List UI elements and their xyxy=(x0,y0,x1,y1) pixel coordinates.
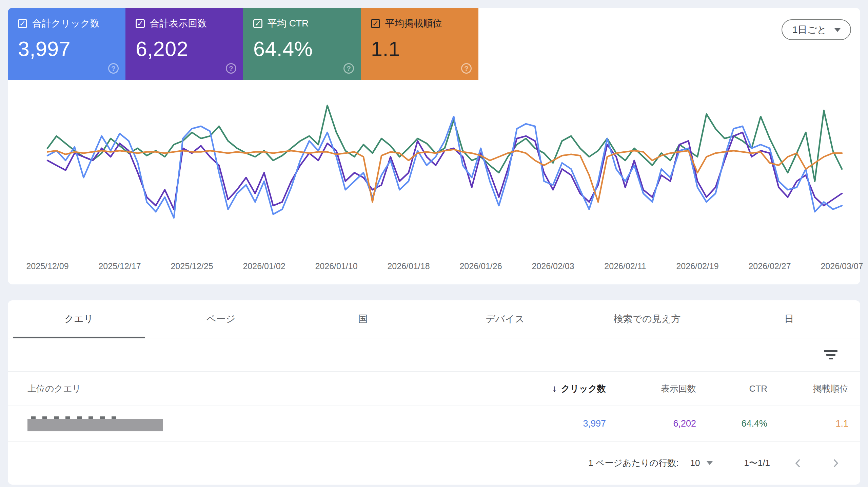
help-question-icon[interactable]: ? xyxy=(343,63,354,74)
tab-label: 国 xyxy=(358,313,368,325)
rows-per-page-label: 1 ページあたりの行数: xyxy=(588,457,679,469)
x-axis-tick-label: 2026/02/11 xyxy=(604,261,646,271)
metric-card-value: 3,997 xyxy=(18,37,117,61)
query-cell xyxy=(27,416,487,431)
impressions-cell: 6,202 xyxy=(606,418,696,429)
help-question-icon[interactable]: ? xyxy=(461,63,472,74)
table-header-row: 上位のクエリ ↓ クリック数 表示回数 CTR 掲載順位 xyxy=(8,372,860,406)
metric-checkbox-checked-icon[interactable]: ✓ xyxy=(136,19,145,28)
metric-cards-row: ✓合計クリック数3,997?✓合計表示回数6,202?✓平均 CTR64.4%?… xyxy=(8,8,860,80)
dimensions-table-panel: クエリページ国デバイス検索での見え方日 上位のクエリ ↓ クリック数 表示回数 … xyxy=(8,300,860,485)
metric-card-ctr[interactable]: ✓平均 CTR64.4%? xyxy=(243,8,361,80)
tab-4[interactable]: 検索での見え方 xyxy=(576,300,718,338)
chart-line-表示回数 xyxy=(47,132,842,209)
tab-0[interactable]: クエリ xyxy=(8,300,150,338)
column-header-position[interactable]: 掲載順位 xyxy=(767,383,848,395)
x-axis-tick-label: 2026/02/27 xyxy=(748,261,791,271)
metric-card-value: 64.4% xyxy=(253,37,352,61)
rows-per-page-value[interactable]: 10 xyxy=(690,458,700,468)
x-axis-tick-label: 2025/12/17 xyxy=(98,261,141,271)
chart-line-クリック数 xyxy=(47,116,842,218)
help-question-icon[interactable]: ? xyxy=(108,63,119,74)
metric-card-label: 平均 CTR xyxy=(268,19,309,28)
tab-1[interactable]: ページ xyxy=(150,300,292,338)
caret-down-icon xyxy=(834,28,841,32)
date-granularity-value: 1日ごと xyxy=(792,23,827,36)
chevron-right-icon xyxy=(830,457,842,469)
x-axis-tick-label: 2026/01/10 xyxy=(315,261,357,271)
tab-2[interactable]: 国 xyxy=(292,300,434,338)
metric-checkbox-checked-icon[interactable]: ✓ xyxy=(18,19,27,28)
previous-page-button[interactable] xyxy=(788,453,808,473)
tab-label: クエリ xyxy=(64,313,94,325)
table-row[interactable]: 3,997 6,202 64.4% 1.1 xyxy=(8,406,860,442)
x-axis-tick-label: 2026/01/26 xyxy=(459,261,502,271)
metric-card-impressions[interactable]: ✓合計表示回数6,202? xyxy=(125,8,243,80)
chevron-left-icon xyxy=(792,457,804,469)
metric-checkbox-checked-icon[interactable]: ✓ xyxy=(253,19,262,28)
position-cell: 1.1 xyxy=(767,418,848,429)
metric-card-label: 平均掲載順位 xyxy=(385,19,442,28)
x-axis-tick-label: 2025/12/25 xyxy=(171,261,213,271)
chart-line-CTR xyxy=(47,106,842,181)
column-header-query[interactable]: 上位のクエリ xyxy=(27,383,487,395)
sort-arrow-down-icon: ↓ xyxy=(552,383,557,394)
tab-label: ページ xyxy=(206,313,235,325)
column-header-clicks[interactable]: ↓ クリック数 xyxy=(487,383,606,395)
metric-card-position[interactable]: ✓平均掲載順位1.1? xyxy=(361,8,478,80)
metric-card-clicks[interactable]: ✓合計クリック数3,997? xyxy=(8,8,125,80)
x-axis-tick-label: 2026/03/07 xyxy=(821,261,863,271)
table-toolbar xyxy=(8,338,860,372)
metric-card-value: 1.1 xyxy=(371,37,470,61)
x-axis-tick-label: 2026/02/03 xyxy=(532,261,574,271)
performance-panel: ✓合計クリック数3,997?✓合計表示回数6,202?✓平均 CTR64.4%?… xyxy=(8,8,860,284)
date-granularity-dropdown[interactable]: 1日ごと xyxy=(782,19,851,40)
column-header-impressions[interactable]: 表示回数 xyxy=(606,383,696,395)
dimension-tabs: クエリページ国デバイス検索での見え方日 xyxy=(8,300,860,338)
x-axis-tick-label: 2026/01/02 xyxy=(243,261,285,271)
x-axis-tick-label: 2026/02/19 xyxy=(676,261,718,271)
ctr-cell: 64.4% xyxy=(696,418,767,429)
x-axis-tick-label: 2026/01/18 xyxy=(387,261,430,271)
search-console-performance-page: ✓合計クリック数3,997?✓合計表示回数6,202?✓平均 CTR64.4%?… xyxy=(0,0,868,487)
metric-card-value: 6,202 xyxy=(136,37,234,61)
redacted-query-bar xyxy=(27,419,163,431)
tab-label: 検索での見え方 xyxy=(614,313,681,325)
help-question-icon[interactable]: ? xyxy=(226,63,236,74)
clicks-cell: 3,997 xyxy=(487,418,606,429)
x-axis-tick-label: 2025/12/09 xyxy=(26,261,68,271)
tab-3[interactable]: デバイス xyxy=(434,300,576,338)
pagination-bar: 1 ページあたりの行数: 10 1〜1/1 xyxy=(8,442,860,485)
tab-label: 日 xyxy=(785,313,794,325)
tab-5[interactable]: 日 xyxy=(718,300,860,338)
chart-x-axis-labels: 2025/12/092025/12/172025/12/252026/01/02… xyxy=(8,261,860,273)
filter-icon[interactable] xyxy=(824,349,838,360)
metric-card-label: 合計クリック数 xyxy=(32,19,100,28)
metric-checkbox-checked-icon[interactable]: ✓ xyxy=(371,19,380,28)
column-header-ctr[interactable]: CTR xyxy=(696,383,767,394)
next-page-button[interactable] xyxy=(826,453,846,473)
pagination-range: 1〜1/1 xyxy=(744,457,770,469)
metric-card-label: 合計表示回数 xyxy=(150,19,207,28)
tab-label: デバイス xyxy=(486,313,525,325)
rows-per-page-caret-icon[interactable] xyxy=(707,461,713,465)
